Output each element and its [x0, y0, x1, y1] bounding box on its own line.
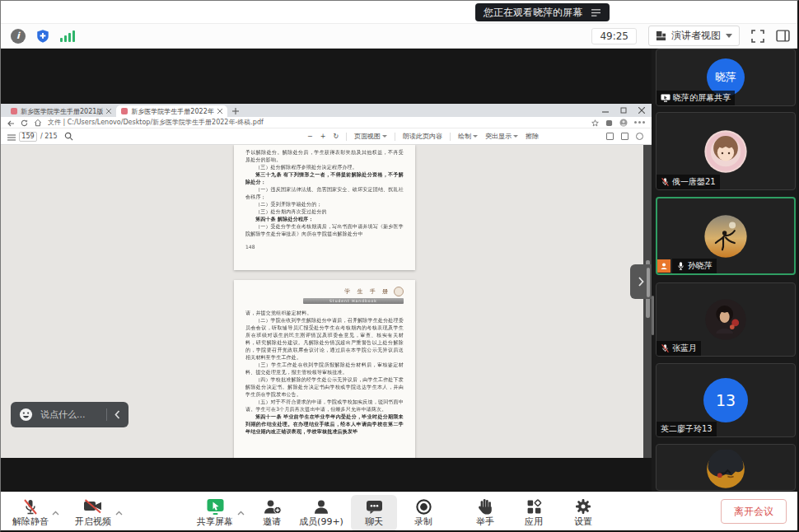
dancer-sunset-avatar: [703, 214, 748, 259]
start-video-button[interactable]: 开启视频: [70, 495, 116, 531]
chevron-down-icon: [726, 34, 732, 38]
meeting-window: 您正在观看晓萍的屏幕 i 49:25 演讲者视图: [0, 0, 799, 532]
record-button[interactable]: 录制: [400, 495, 446, 531]
participant-tile-screen-share[interactable]: 晓萍 晓萍的屏幕共享: [656, 49, 796, 106]
pdf-tools-group: − + ↻ 页面视图 朗读此页内容 绘制 突出显示 擦除: [307, 132, 539, 141]
security-shield-icon[interactable]: [35, 29, 50, 44]
participants-scroll-thumb[interactable]: [652, 296, 654, 335]
pdf-page-total: / 215: [40, 133, 58, 140]
share-scroll-thumb[interactable]: [647, 268, 650, 297]
read-aloud-button[interactable]: 朗读此页内容: [403, 132, 442, 141]
pdf-actions-group: [606, 133, 643, 140]
meeting-timer: 49:25: [591, 28, 637, 44]
zoom-in-button[interactable]: +: [320, 133, 326, 140]
highlight-button[interactable]: 突出显示: [485, 132, 518, 141]
header-band: Student Handbook: [303, 298, 404, 304]
meeting-toolbar: i 49:25 演讲者视图: [1, 23, 799, 49]
pdf-page-2: 学 生 手 册 Student Handbook 请，并提交党组织鉴定材料。 （…: [234, 280, 415, 458]
browser-tab[interactable]: 新乡医学院学生手册2021版: [6, 105, 116, 117]
toolbar-right-group: 49:25 演讲者视图: [591, 26, 799, 46]
apps-icon: [526, 497, 542, 516]
video-options-chevron[interactable]: [115, 503, 123, 519]
viewer-banner-text: 您正在观看晓萍的屏幕: [484, 6, 582, 20]
pdf-scrollbar[interactable]: [643, 145, 652, 458]
host-badge-icon: [657, 259, 671, 273]
screen-share-icon: [206, 497, 225, 516]
browser-address-bar: 文件 | C:/Users/Lenovo/Desktop/新乡医学院学生手册20…: [1, 117, 652, 128]
page-header: 学 生 手 册: [245, 287, 404, 296]
participant-tile[interactable]: 张蓝月: [656, 282, 796, 357]
pdf-menu-icon[interactable]: [7, 128, 16, 144]
erase-button[interactable]: 擦除: [526, 132, 539, 141]
fullscreen-button[interactable]: [751, 30, 764, 43]
woman-portrait-avatar: [704, 298, 747, 341]
side-panel-toggle-button[interactable]: [776, 30, 790, 42]
view-mode-label: 演讲者视图: [671, 29, 721, 43]
print-icon[interactable]: [606, 133, 614, 140]
members-button[interactable]: 成员(99+): [295, 495, 348, 531]
share-screen-button[interactable]: 共享屏幕: [192, 495, 238, 531]
pdf-search-icon[interactable]: [64, 128, 73, 144]
more-menu-icon[interactable]: [634, 121, 645, 124]
chat-button[interactable]: 聊天: [351, 495, 397, 531]
browser-tab-bar: 新乡医学院学生手册2021版 新乡医学院学生手册2022年: [1, 104, 652, 117]
minimize-icon[interactable]: [602, 107, 609, 114]
toolbar-left-group: i: [1, 29, 75, 44]
members-icon: [313, 497, 329, 516]
mic-muted-icon: [661, 343, 670, 353]
raise-hand-icon: [478, 497, 493, 516]
camera-off-icon: [83, 497, 103, 516]
pdf-file-icon: [11, 108, 17, 114]
invite-button[interactable]: 邀请: [249, 495, 295, 531]
pdf-page-1: 予以解除处分。解除处分后，学生获得表彰奖励及其他权益，不再受原处分的影响。 （三…: [234, 145, 415, 270]
address-url[interactable]: 文件 | C:/Users/Lenovo/Desktop/新乡医学院学生手册20…: [48, 118, 264, 127]
tab-close-icon[interactable]: [106, 109, 111, 114]
banner-menu-icon[interactable]: [591, 8, 601, 17]
chevron-left-icon[interactable]: [114, 410, 120, 419]
layout-grid-icon: [656, 30, 666, 41]
handbook-title: 学 生 手 册: [344, 287, 390, 296]
divider: [106, 408, 107, 421]
raise-hand-button[interactable]: 举手: [462, 495, 508, 531]
record-icon: [415, 497, 432, 516]
share-options-chevron[interactable]: [237, 503, 245, 519]
chat-icon: [366, 497, 383, 516]
rotate-button[interactable]: ↻: [333, 133, 339, 140]
restore-icon[interactable]: [620, 107, 627, 114]
mic-on-icon: [676, 261, 685, 271]
invite-icon: [263, 497, 282, 516]
participant-tile-speaking[interactable]: 孙晓萍: [656, 197, 796, 275]
page-view-button[interactable]: 页面视图: [354, 132, 387, 141]
anime-character-avatar: [706, 450, 745, 489]
browser-tab-active[interactable]: 新乡医学院学生手册2022年: [116, 105, 227, 117]
settings-button[interactable]: 设置: [560, 495, 606, 531]
apps-button[interactable]: 应用: [511, 495, 557, 531]
chat-overlay[interactable]: 说点什么...: [11, 402, 128, 427]
school-seal-icon: [394, 287, 404, 296]
pdf-page-input[interactable]: 159: [19, 132, 37, 142]
new-tab-button[interactable]: [232, 108, 239, 114]
mic-muted-icon: [661, 177, 670, 187]
unmute-button[interactable]: 解除静音: [7, 495, 54, 531]
avatar: 13: [703, 378, 748, 422]
draw-button[interactable]: 绘制: [458, 132, 478, 141]
meeting-info-icon[interactable]: i: [11, 29, 26, 44]
leave-meeting-button[interactable]: 离开会议: [721, 499, 787, 524]
settings-gear-icon: [575, 497, 591, 516]
pdf-file-icon: [121, 108, 128, 114]
pdf-toolbar: 159 / 215 − + ↻ 页面视图 朗读此页内容 绘制 突出显示 擦除: [1, 128, 652, 145]
save-icon[interactable]: [621, 133, 628, 140]
emoji-smiley-icon[interactable]: [19, 408, 33, 422]
zoom-out-button[interactable]: −: [307, 133, 313, 140]
audio-options-chevron[interactable]: [52, 503, 59, 519]
participant-tile[interactable]: 13 英二廖子玲13: [656, 363, 796, 437]
view-mode-selector[interactable]: 演讲者视图: [648, 26, 740, 46]
participant-tile[interactable]: [656, 444, 796, 491]
tab-close-icon[interactable]: [217, 109, 222, 114]
control-bar: 解除静音 开启视频 共享屏幕 邀请: [1, 492, 799, 532]
chat-input-placeholder[interactable]: 说点什么...: [40, 408, 99, 421]
page-number: 148: [245, 244, 404, 250]
pdf-settings-icon[interactable]: [636, 133, 643, 140]
close-icon[interactable]: [638, 107, 645, 114]
participant-tile[interactable]: 俄一唐鎣21: [656, 112, 796, 190]
